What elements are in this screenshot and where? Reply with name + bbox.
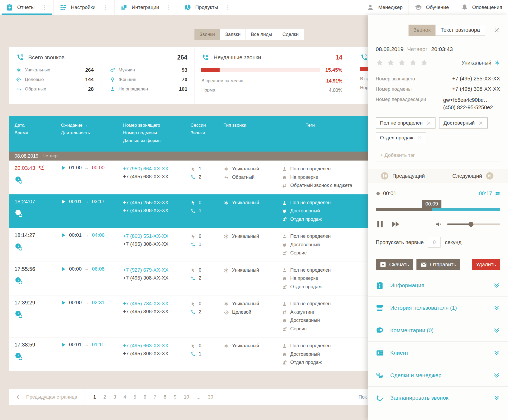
redial-clock-icon[interactable] [15, 209, 22, 217]
play-icon[interactable] [61, 300, 66, 305]
play-icon[interactable] [61, 199, 66, 204]
add-tag-input[interactable] [376, 149, 500, 162]
panel-section[interactable]: Запланировать звонок [368, 387, 508, 409]
redial-clock-icon[interactable] [15, 243, 22, 250]
tag-chip[interactable]: Достоверный [439, 117, 488, 129]
table-row[interactable]: 17:38:59 00:01 → 01:11 +7 (495) 663-XX-X… [9, 337, 368, 371]
page-link[interactable]: 10 [184, 394, 189, 400]
panel-section[interactable]: Сделки и менеджер [368, 364, 508, 387]
send-button[interactable]: Отправить [416, 259, 460, 270]
page-link[interactable]: 5 [134, 394, 136, 400]
col-header-numbers[interactable]: Номер звонящегоНомер подменыДанные из фо… [123, 122, 190, 146]
download-button[interactable]: Скачать [376, 259, 413, 270]
tag-chip[interactable]: Пол не определен [376, 117, 436, 129]
kebab-menu-icon[interactable] [41, 4, 48, 11]
page-links: 12345678910...30 [84, 394, 222, 400]
lead-tab[interactable]: Сделки [277, 29, 304, 40]
prev-page-button[interactable]: Предыдущая страница [9, 389, 84, 405]
seek-bar[interactable] [376, 208, 500, 211]
nav-item-training[interactable]: Обучение [409, 0, 455, 15]
page-link[interactable]: 6 [144, 394, 146, 400]
volume-slider[interactable] [447, 223, 500, 225]
lead-tab[interactable]: Звонки [194, 29, 220, 40]
call-field: Номер звонящего +7 (495) 255-XX-XX [376, 76, 500, 82]
nav-item-manager[interactable]: Менеджер [361, 0, 408, 15]
panel-section[interactable]: Комментарии (0) [368, 319, 508, 342]
col-header-call-type[interactable]: Тип звонка [224, 122, 282, 146]
redial-clock-icon[interactable] [15, 352, 22, 360]
tag: Сервис [282, 325, 368, 333]
volume-thumb[interactable] [469, 222, 474, 227]
redial-clock-icon[interactable] [15, 176, 22, 184]
kebab-menu-icon[interactable] [166, 4, 172, 11]
lead-tab[interactable]: Заявки [220, 29, 246, 40]
redial-clock-icon[interactable] [15, 276, 22, 284]
col-header-wait-duration[interactable]: Ожидание →Длительность [61, 122, 123, 146]
remove-tag-icon[interactable] [478, 121, 483, 126]
remove-tag-icon[interactable] [417, 135, 422, 140]
close-icon[interactable] [493, 27, 500, 34]
table-row[interactable]: 18:24:07 00:01 → 03:17 +7 (495) 255-XX-X… [9, 194, 368, 228]
nav-label: Обучение [426, 4, 449, 10]
wait-time: 00:01 [69, 199, 82, 204]
previous-call-button[interactable]: Предыдущий [368, 169, 438, 183]
nav-item-reports[interactable]: Отчеты [0, 0, 54, 15]
skip-seconds-input[interactable] [428, 237, 441, 248]
asterisk-icon [224, 301, 229, 307]
play-icon[interactable] [61, 342, 66, 348]
page-link[interactable]: 1 [93, 394, 96, 400]
pause-button[interactable] [376, 220, 384, 229]
idcard-icon [376, 349, 384, 357]
nav-item-settings[interactable]: Настройки [54, 0, 115, 15]
volume-icon[interactable] [435, 221, 442, 228]
kebab-menu-icon[interactable] [102, 4, 108, 11]
fast-forward-button[interactable] [391, 220, 400, 229]
caller-number[interactable]: +7 (495) 734-XX-XX [123, 300, 190, 308]
table-row[interactable]: 18:14:27 00:01 → 04:06 +7 (800) 551-XX-X… [9, 228, 368, 262]
panel-section[interactable]: Информация [368, 274, 508, 297]
col-header-tags[interactable]: Теги [282, 122, 368, 146]
col-header-sessions[interactable]: СессииЗвонки [190, 122, 224, 146]
page-link[interactable]: 8 [164, 394, 166, 400]
stats-strip: Всего звонков 264 Уникальные 264 Целевые… [9, 47, 368, 104]
nav-item-alerts[interactable]: Оповещения [455, 0, 508, 15]
service-icon [282, 284, 287, 290]
caller-number[interactable]: +7 (950) 664-XX-XX [123, 165, 190, 173]
play-icon[interactable] [61, 165, 66, 171]
table-row[interactable]: 20:03:43 01:00 → 00:00 +7 (950) 664-XX-X… [9, 161, 368, 194]
tab-transcript[interactable]: Текст разговора [436, 25, 485, 36]
table-row[interactable]: 17:55:56 00:00 → 06:08 +7 (927) 679-XX-X… [9, 262, 368, 296]
caller-number[interactable]: +7 (495) 255-XX-XX [123, 199, 190, 207]
page-link[interactable]: 3 [114, 394, 116, 400]
caller-number[interactable]: +7 (927) 679-XX-XX [123, 266, 190, 274]
nav-item-products[interactable]: Продукты [178, 0, 237, 15]
caller-number[interactable]: +7 (800) 551-XX-XX [123, 232, 190, 240]
remove-tag-icon[interactable] [426, 121, 431, 126]
play-icon[interactable] [61, 232, 66, 238]
per-page-label-clipped[interactable]: Пок [359, 394, 367, 400]
page-link[interactable]: 9 [174, 394, 176, 400]
page-link[interactable]: 2 [103, 394, 106, 400]
page-link[interactable]: 30 [208, 394, 213, 400]
panel-section[interactable]: Клиент [368, 342, 508, 364]
panel-section[interactable]: История пользователя (1) [368, 297, 508, 319]
play-icon[interactable] [61, 266, 66, 272]
caller-number[interactable]: +7 (495) 663-XX-XX [123, 342, 190, 350]
table-row[interactable]: 17:39:29 00:00 → 02:31 +7 (495) 734-XX-X… [9, 295, 368, 337]
next-call-button[interactable]: Следующий [438, 169, 508, 183]
sessions-count: 1 [199, 165, 201, 173]
lead-tab[interactable]: Все лиды [246, 29, 277, 40]
kebab-menu-icon[interactable] [225, 4, 231, 11]
rating-stars[interactable] [376, 59, 428, 67]
tab-call[interactable]: Звонок [409, 25, 436, 36]
nav-item-integrations[interactable]: Интеграции [115, 0, 178, 15]
redial-clock-icon[interactable] [15, 310, 22, 318]
call-type-cell: Уникальный Целевой [224, 300, 282, 333]
tag-chip[interactable]: Отдел продаж [376, 132, 426, 143]
page-link[interactable]: ... [197, 394, 201, 400]
col-header-date[interactable]: ДатаВремя [15, 122, 61, 146]
chevron-down-icon [493, 282, 500, 289]
page-link[interactable]: 7 [154, 394, 156, 400]
delete-button[interactable]: Удалить [472, 259, 500, 270]
page-link[interactable]: 4 [124, 394, 126, 400]
